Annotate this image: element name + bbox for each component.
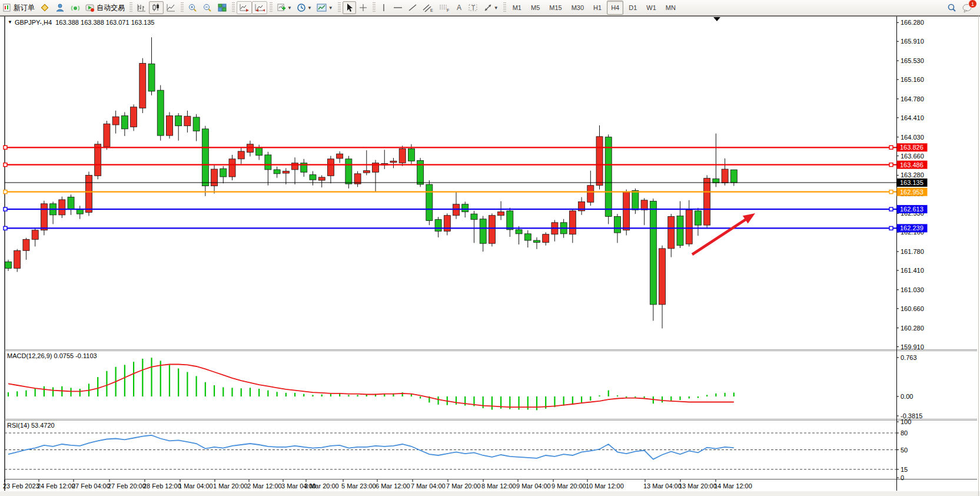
candle bbox=[533, 240, 540, 242]
level-badge-label: 163.826 bbox=[900, 144, 923, 151]
channel-button[interactable]: E bbox=[420, 1, 436, 14]
rsi-tick-label: 0 bbox=[901, 474, 904, 481]
zoom-in-icon bbox=[188, 3, 198, 12]
timeframe-m15-button[interactable]: M15 bbox=[545, 1, 566, 15]
level-handle[interactable] bbox=[889, 146, 893, 149]
price-tick-label: 165.530 bbox=[901, 57, 924, 64]
timeframe-h1-button[interactable]: H1 bbox=[589, 1, 606, 15]
channel-icon: E bbox=[422, 3, 434, 12]
candle bbox=[399, 149, 406, 163]
level-handle[interactable] bbox=[889, 163, 893, 167]
text-tool-button[interactable]: A bbox=[453, 1, 466, 14]
auto-scroll-button[interactable] bbox=[237, 1, 252, 14]
price-tick-label: 166.280 bbox=[901, 19, 924, 26]
bottom-strip bbox=[0, 491, 980, 496]
timeframe-mn-button[interactable]: MN bbox=[662, 1, 680, 15]
timeframe-m30-button[interactable]: M30 bbox=[567, 1, 588, 15]
timeframe-m5-button[interactable]: M5 bbox=[527, 1, 544, 15]
notifications-button[interactable]: 1 bbox=[959, 1, 975, 14]
shapes-dropdown[interactable]: ▼ bbox=[481, 1, 501, 14]
new-chart-dropdown[interactable]: ▼ bbox=[274, 1, 294, 14]
time-tick-label: 27 Feb 20:00 bbox=[108, 482, 146, 490]
signals-button[interactable] bbox=[68, 1, 83, 14]
zoom-in-button[interactable] bbox=[185, 1, 200, 14]
candle bbox=[337, 154, 343, 158]
chart-canvas[interactable]: 166.280165.910165.530165.160164.780164.4… bbox=[0, 16, 980, 496]
rsi-tick-label: 100 bbox=[901, 418, 911, 425]
candle bbox=[569, 211, 576, 234]
horizontal-line-button[interactable] bbox=[390, 1, 406, 14]
candlestick-chart-button[interactable] bbox=[149, 1, 164, 14]
tile-windows-icon bbox=[217, 3, 227, 12]
candle bbox=[131, 107, 137, 127]
clock-icon bbox=[297, 3, 306, 12]
line-chart-icon bbox=[166, 3, 176, 12]
level-handle[interactable] bbox=[4, 163, 7, 167]
zoom-out-icon bbox=[202, 3, 212, 12]
candle bbox=[417, 160, 424, 184]
timeframe-d1-button[interactable]: D1 bbox=[624, 1, 641, 15]
timeframe-m1-button[interactable]: M1 bbox=[509, 1, 526, 15]
candle bbox=[41, 204, 47, 230]
level-handle[interactable] bbox=[889, 226, 893, 230]
candle bbox=[5, 262, 12, 268]
candle bbox=[524, 234, 531, 240]
candle bbox=[104, 124, 110, 147]
current-price-badge-label: 163.135 bbox=[900, 179, 923, 186]
candle bbox=[516, 230, 522, 234]
time-tick-label: 14 Mar 12:00 bbox=[714, 482, 752, 490]
community-button[interactable] bbox=[52, 1, 68, 14]
chart-title-text: GBPJPY-,H4 163.388 163.388 163.071 163.1… bbox=[15, 19, 155, 26]
candle bbox=[292, 163, 298, 170]
collapse-triangle-icon[interactable]: ▼ bbox=[8, 19, 12, 25]
level-handle[interactable] bbox=[889, 207, 893, 211]
line-chart-button[interactable] bbox=[164, 1, 178, 14]
price-tick-label: 161.030 bbox=[901, 286, 924, 293]
trendline-button[interactable] bbox=[406, 1, 420, 14]
level-handle[interactable] bbox=[4, 190, 7, 194]
notification-badge: 1 bbox=[968, 0, 977, 8]
price-tick-label: 161.410 bbox=[901, 267, 924, 274]
zoom-out-button[interactable] bbox=[200, 1, 215, 14]
vertical-line-button[interactable] bbox=[377, 1, 390, 14]
fibonacci-button[interactable]: F bbox=[436, 1, 453, 14]
candle bbox=[668, 216, 675, 248]
new-chart-icon bbox=[277, 3, 286, 12]
autotrading-button[interactable]: 自动交易 bbox=[83, 1, 127, 14]
level-handle[interactable] bbox=[4, 226, 7, 230]
gold-icon bbox=[39, 3, 50, 12]
rsi-label: RSI(14) 53.4720 bbox=[7, 422, 55, 429]
candle bbox=[247, 144, 253, 153]
price-tick-label: 164.780 bbox=[901, 95, 924, 102]
candle bbox=[596, 137, 603, 186]
candle bbox=[256, 148, 263, 156]
time-tick-label: 13 Mar 20:00 bbox=[679, 482, 717, 490]
candle bbox=[650, 201, 656, 305]
candle bbox=[695, 211, 701, 225]
toolbar-grip bbox=[270, 2, 273, 13]
level-handle[interactable] bbox=[4, 146, 7, 149]
time-tick-label: 2 Mar 12:00 bbox=[247, 482, 282, 490]
crosshair-button[interactable] bbox=[356, 1, 370, 14]
timeframe-w1-button[interactable]: W1 bbox=[642, 1, 660, 15]
new-order-button[interactable]: 新订单 bbox=[0, 1, 37, 14]
search-button[interactable] bbox=[944, 1, 959, 14]
timeframe-h4-button[interactable]: H4 bbox=[607, 1, 623, 15]
level-handle[interactable] bbox=[4, 207, 7, 211]
vertical-line-icon bbox=[380, 3, 387, 12]
market-button[interactable] bbox=[37, 1, 52, 14]
label-tool-button[interactable]: T bbox=[466, 1, 481, 14]
tile-windows-button[interactable] bbox=[215, 1, 230, 14]
time-tick-label: 28 Feb 12:00 bbox=[143, 482, 181, 490]
level-badge-label: 162.239 bbox=[900, 224, 923, 232]
template-dropdown[interactable]: ▼ bbox=[314, 1, 335, 14]
candle bbox=[85, 175, 92, 212]
bar-chart-button[interactable] bbox=[134, 1, 149, 14]
level-handle[interactable] bbox=[889, 190, 893, 194]
toolbar-grip bbox=[232, 2, 235, 13]
chart-shift-button[interactable] bbox=[252, 1, 267, 14]
cursor-button[interactable] bbox=[343, 1, 356, 14]
candle bbox=[614, 216, 620, 233]
period-dropdown[interactable]: ▼ bbox=[294, 1, 314, 14]
candle bbox=[202, 129, 208, 186]
